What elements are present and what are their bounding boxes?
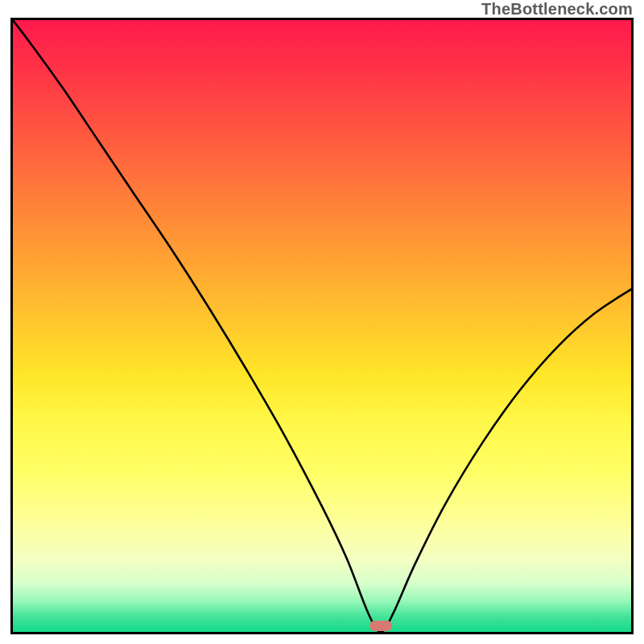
curve-svg (13, 20, 631, 632)
watermark-label: TheBottleneck.com (481, 0, 633, 19)
plot-area (10, 18, 634, 634)
bottleneck-chart: TheBottleneck.com (0, 0, 644, 644)
optimal-point-marker (369, 621, 392, 630)
bottleneck-curve (13, 20, 631, 632)
